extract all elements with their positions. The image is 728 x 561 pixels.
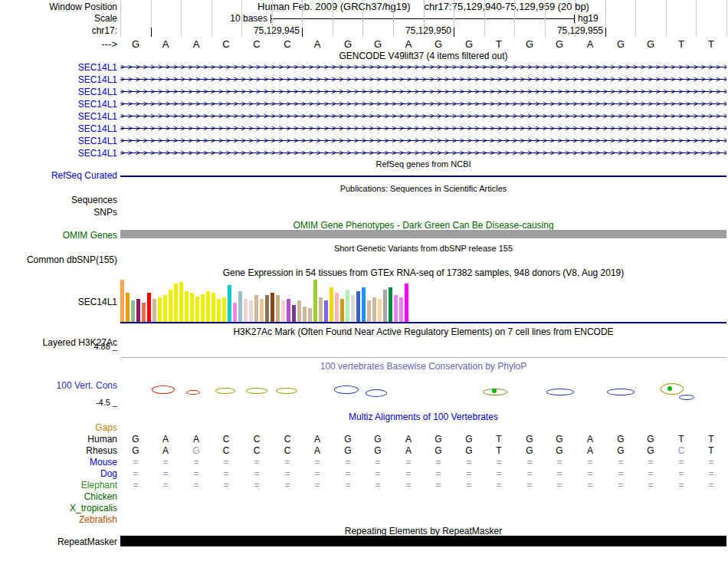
species-label[interactable]: Chicken: [0, 491, 117, 502]
phylop-track-title[interactable]: 100 vertebrates Basewise Conservation by…: [120, 361, 726, 372]
gene-track-label[interactable]: SEC14L1: [0, 87, 117, 97]
gtex-expression-bar[interactable]: [303, 307, 307, 322]
gtex-expression-bar[interactable]: [346, 290, 349, 322]
species-label[interactable]: Elephant: [0, 480, 117, 490]
species-label[interactable]: X_tropicalis: [0, 503, 117, 513]
gtex-expression-bar[interactable]: [324, 300, 328, 322]
gtex-expression-bar[interactable]: [281, 300, 285, 322]
gtex-expression-bar[interactable]: [120, 280, 124, 322]
gtex-expression-bar[interactable]: [238, 291, 242, 322]
gene-track-label[interactable]: SEC14L1: [0, 136, 117, 146]
common-dbsnp-label[interactable]: Common dbSNP(155): [0, 254, 117, 265]
gtex-expression-bar[interactable]: [276, 295, 280, 322]
refseq-curated-label[interactable]: RefSeq Curated: [0, 170, 117, 181]
gtex-expression-bar[interactable]: [297, 300, 301, 322]
gtex-expression-bar[interactable]: [179, 282, 183, 322]
gtex-expression-bar[interactable]: [185, 291, 189, 322]
gtex-expression-bar[interactable]: [126, 293, 130, 322]
gtex-expression-bar[interactable]: [330, 287, 333, 322]
gtex-expression-bar[interactable]: [142, 303, 146, 322]
dbsnp-track-title[interactable]: Short Genetic Variants from dbSNP releas…: [120, 244, 726, 253]
gene-track-label[interactable]: SEC14L1: [0, 111, 117, 122]
species-label[interactable]: Zebrafish: [0, 514, 117, 525]
gtex-expression-bar[interactable]: [351, 295, 355, 322]
gtex-gene-label[interactable]: SEC14L1: [0, 297, 117, 307]
species-label[interactable]: Gaps: [0, 422, 117, 433]
gtex-expression-bar[interactable]: [405, 284, 408, 322]
gene-model[interactable]: >>>>>>>>>>>>>>>>>>>>>>>>>>>>>>>>>>>>>>>>…: [120, 123, 726, 135]
gtex-expression-bar[interactable]: [174, 284, 178, 322]
gtex-expression-bar[interactable]: [212, 293, 215, 322]
gtex-expression-bar[interactable]: [399, 297, 403, 322]
gene-track-label[interactable]: SEC14L1: [0, 123, 117, 134]
gene-track-label[interactable]: SEC14L1: [0, 74, 117, 85]
species-label[interactable]: Human: [0, 434, 117, 445]
gtex-expression-bar[interactable]: [163, 295, 167, 322]
gtex-expression-bar[interactable]: [228, 285, 231, 322]
repeatmasker-element-bar[interactable]: [120, 536, 726, 546]
species-label[interactable]: Rhesus: [0, 445, 117, 456]
gtex-expression-bar[interactable]: [292, 305, 296, 322]
gtex-expression-bar[interactable]: [313, 280, 317, 322]
gene-model[interactable]: >>>>>>>>>>>>>>>>>>>>>>>>>>>>>>>>>>>>>>>>…: [120, 136, 726, 147]
gtex-expression-bar[interactable]: [356, 291, 360, 322]
gtex-expression-bar[interactable]: [222, 297, 226, 322]
gene-model[interactable]: >>>>>>>>>>>>>>>>>>>>>>>>>>>>>>>>>>>>>>>>…: [120, 62, 726, 74]
gene-track-label[interactable]: SEC14L1: [0, 99, 117, 110]
gene-model[interactable]: >>>>>>>>>>>>>>>>>>>>>>>>>>>>>>>>>>>>>>>>…: [120, 87, 726, 98]
gtex-expression-bar[interactable]: [271, 293, 274, 322]
refseq-gene-line[interactable]: [120, 176, 726, 177]
h3k27ac-track-title[interactable]: H3K27Ac Mark (Often Found Near Active Re…: [120, 326, 726, 337]
gtex-expression-bar[interactable]: [147, 293, 151, 322]
gtex-expression-bar[interactable]: [201, 294, 205, 322]
gtex-expression-bar[interactable]: [362, 287, 366, 322]
publications-track-title[interactable]: Publications: Sequences in Scientific Ar…: [120, 184, 726, 193]
gene-track-label[interactable]: SEC14L1: [0, 62, 117, 73]
gtex-expression-bar[interactable]: [244, 299, 248, 322]
gtex-expression-bar[interactable]: [233, 303, 237, 322]
gtex-expression-bar[interactable]: [389, 287, 392, 322]
gtex-expression-bar[interactable]: [158, 297, 162, 322]
gtex-expression-bar[interactable]: [260, 299, 264, 322]
publications-sequences-label[interactable]: Sequences: [0, 195, 117, 205]
publications-snps-label[interactable]: SNPs: [0, 207, 117, 218]
gene-model[interactable]: >>>>>>>>>>>>>>>>>>>>>>>>>>>>>>>>>>>>>>>>…: [120, 111, 726, 123]
gtex-expression-bar[interactable]: [217, 299, 221, 322]
gtex-expression-bar[interactable]: [195, 297, 199, 322]
gtex-expression-bar[interactable]: [335, 293, 339, 322]
species-label[interactable]: Dog: [0, 468, 117, 479]
multiz-track-title[interactable]: Multiz Alignments of 100 Vertebrates: [120, 412, 726, 422]
gtex-expression-bar[interactable]: [308, 308, 312, 322]
omim-gene-bar[interactable]: [120, 230, 726, 238]
gtex-expression-bar[interactable]: [319, 297, 323, 322]
gene-model[interactable]: >>>>>>>>>>>>>>>>>>>>>>>>>>>>>>>>>>>>>>>>…: [120, 99, 726, 110]
gtex-expression-bar[interactable]: [190, 293, 194, 322]
repeatmasker-track-title[interactable]: Repeating Elements by RepeatMasker: [120, 526, 726, 536]
species-label[interactable]: Mouse: [0, 457, 117, 468]
refseq-track-title[interactable]: RefSeq genes from NCBI: [120, 159, 726, 169]
gtex-expression-bar[interactable]: [254, 295, 258, 322]
omim-genes-label[interactable]: OMIM Genes: [0, 230, 117, 241]
gtex-track-title[interactable]: Gene Expression in 54 tissues from GTEx …: [120, 267, 726, 278]
gtex-expression-bar[interactable]: [152, 299, 156, 322]
vert-cons-label[interactable]: 100 Vert. Cons: [0, 380, 117, 391]
omim-track-title[interactable]: OMIM Gene Phenotypes - Dark Green Can Be…: [120, 220, 726, 231]
gtex-expression-bar[interactable]: [136, 299, 140, 322]
gene-model[interactable]: >>>>>>>>>>>>>>>>>>>>>>>>>>>>>>>>>>>>>>>>…: [120, 148, 726, 159]
gtex-expression-bar[interactable]: [340, 299, 344, 322]
gtex-expression-bar[interactable]: [394, 295, 398, 322]
gencode-track-title[interactable]: GENCODE V49lift37 (4 items filtered out): [120, 51, 726, 61]
gtex-expression-bar[interactable]: [378, 299, 382, 322]
gtex-expression-bar[interactable]: [265, 295, 269, 322]
gtex-expression-bar[interactable]: [249, 300, 253, 322]
gtex-expression-bar[interactable]: [131, 300, 135, 322]
gtex-expression-bar[interactable]: [372, 297, 376, 322]
repeatmasker-label[interactable]: RepeatMasker: [0, 536, 117, 547]
gtex-expression-bar[interactable]: [169, 290, 172, 322]
gene-track-label[interactable]: SEC14L1: [0, 148, 117, 159]
gtex-expression-bar[interactable]: [206, 291, 210, 322]
gene-model[interactable]: >>>>>>>>>>>>>>>>>>>>>>>>>>>>>>>>>>>>>>>>…: [120, 74, 726, 86]
gtex-expression-bar[interactable]: [287, 299, 290, 322]
gtex-expression-bar[interactable]: [367, 300, 371, 322]
gtex-expression-bar[interactable]: [383, 290, 387, 322]
